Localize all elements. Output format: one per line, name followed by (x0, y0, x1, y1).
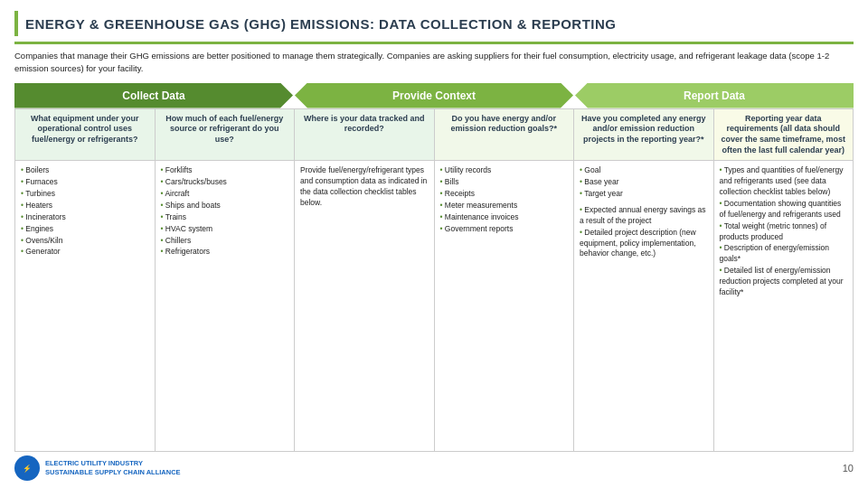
list-item: Incinerators (21, 212, 149, 223)
col2-list: ForkliftsCars/trucks/busesAircraftShips … (161, 165, 289, 258)
page-title: ENERGY & GREENHOUSE GAS (GHG) EMISSIONS:… (25, 16, 616, 32)
data-cell-col2: ForkliftsCars/trucks/busesAircraftShips … (156, 161, 296, 451)
list-item: Receipts (440, 189, 569, 200)
list-item: Turbines (21, 189, 149, 200)
list-item: Chillers (161, 236, 289, 247)
footer: ⚡ ELECTRIC UTILITY INDUSTRYSUSTAINABLE S… (14, 455, 854, 481)
header-accent-bar (14, 11, 18, 36)
list-item: Heaters (21, 201, 149, 211)
intro-paragraph: Companies that manage their GHG emission… (14, 50, 854, 76)
sub-header-col1: What equipment under your operational co… (15, 109, 156, 161)
list-item: Maintenance invoices (440, 212, 569, 223)
col1-list: BoilersFurnacesTurbinesHeatersIncinerato… (21, 165, 149, 258)
provide-context-header: Provide Context (295, 83, 573, 108)
list-item: Detailed list of energy/emission reducti… (720, 266, 848, 298)
sub-header-row: What equipment under your operational co… (14, 108, 854, 161)
list-item: Types and quantities of fuel/energy and … (720, 165, 848, 198)
sub-header-col2: How much of each fuel/energy source or r… (156, 109, 296, 161)
footer-logo: ⚡ ELECTRIC UTILITY INDUSTRYSUSTAINABLE S… (14, 455, 181, 481)
list-item: Ships and boats (161, 201, 289, 211)
green-divider (14, 42, 854, 44)
list-item: Furnaces (21, 177, 149, 188)
list-item: Base year (580, 177, 708, 188)
col4-list: Utility recordsBillsReceiptsMeter measur… (440, 165, 569, 234)
list-item: Cars/trucks/buses (161, 177, 289, 188)
data-cell-col5: GoalBase yearTarget year Expected annual… (574, 161, 714, 451)
list-item: Goal (580, 165, 708, 176)
report-data-header: Report Data (575, 83, 854, 108)
list-item: Detailed project description (new equipm… (580, 228, 708, 260)
logo-text: ELECTRIC UTILITY INDUSTRYSUSTAINABLE SUP… (45, 459, 181, 477)
list-item: HVAC system (161, 224, 289, 235)
list-item: Bills (440, 177, 569, 188)
data-row: BoilersFurnacesTurbinesHeatersIncinerato… (14, 160, 854, 452)
list-item: Forklifts (161, 165, 289, 176)
list-item: Engines (21, 224, 149, 235)
list-item: Utility records (440, 165, 569, 176)
list-item: Description of energy/emission goals* (720, 243, 848, 265)
list-item: Refrigerators (161, 247, 289, 258)
col5-extra: Expected annual energy savings as a resu… (580, 205, 708, 259)
list-item: Aircraft (161, 189, 289, 200)
data-cell-col1: BoilersFurnacesTurbinesHeatersIncinerato… (15, 161, 156, 451)
data-cell-col6: Types and quantities of fuel/energy and … (714, 161, 854, 451)
logo-icon: ⚡ (14, 455, 40, 481)
sub-header-col5: Have you completed any energy and/or emi… (574, 109, 714, 161)
section-headers: Collect Data Provide Context Report Data (14, 83, 854, 108)
sub-header-col6: Reporting year data requirements (all da… (714, 109, 854, 161)
col7-list: Types and quantities of fuel/energy and … (720, 165, 848, 298)
collect-data-header: Collect Data (14, 83, 293, 108)
list-item: Generator (21, 247, 149, 258)
sub-header-col4: Do you have energy and/or emission reduc… (435, 109, 575, 161)
list-item: Total weight (metric tonnes) of products… (720, 221, 848, 243)
data-cell-col4: Utility recordsBillsReceiptsMeter measur… (435, 161, 575, 451)
list-item: Meter measurements (440, 201, 569, 211)
col5-list: GoalBase yearTarget year (580, 165, 708, 200)
list-item: Expected annual energy savings as a resu… (580, 205, 708, 227)
data-cell-col3: Provide fuel/energy/refrigerant types an… (295, 161, 435, 451)
col6-list: Expected annual energy savings as a resu… (580, 205, 708, 259)
list-item: Documentation showing quantities of fuel… (720, 199, 848, 221)
sub-header-col3: Where is your data tracked and recorded? (295, 109, 435, 161)
list-item: Ovens/Kiln (21, 236, 149, 247)
list-item: Government reports (440, 224, 569, 235)
list-item: Trains (161, 212, 289, 223)
list-item: Target year (580, 189, 708, 200)
page-number: 10 (843, 463, 854, 474)
header: ENERGY & GREENHOUSE GAS (GHG) EMISSIONS:… (14, 11, 854, 36)
list-item: Boilers (21, 165, 149, 176)
main-table: What equipment under your operational co… (14, 108, 854, 453)
